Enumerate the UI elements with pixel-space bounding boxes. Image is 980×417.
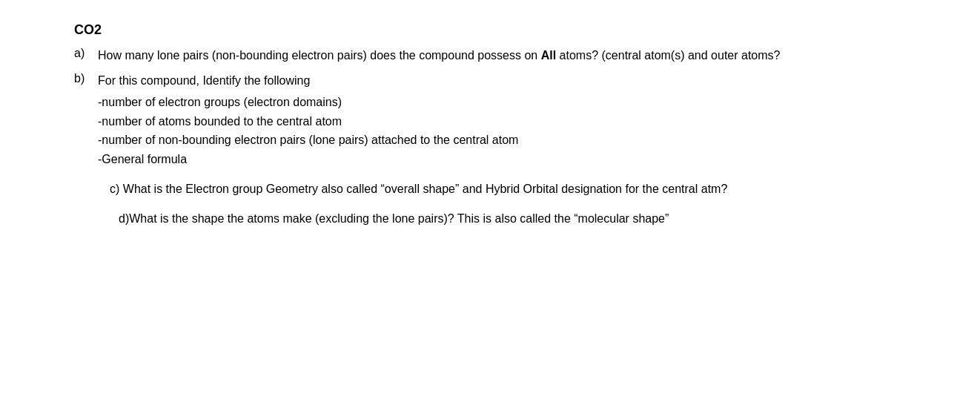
question-b-sub-items: -number of electron groups (electron dom… [98,93,518,168]
list-item: -number of electron groups (electron dom… [98,93,518,112]
question-a: a) How many lone pairs (non-bounding ele… [74,47,921,65]
question-a-text-before-bold: How many lone pairs (non-bounding electr… [98,49,541,62]
question-b-label: b) [74,72,98,85]
question-d-block: d)What is the shape the atoms make (excl… [74,210,921,228]
question-b-content: For this compound, Identify the followin… [98,72,518,168]
list-item: -General formula [98,150,518,169]
question-b-intro: For this compound, Identify the followin… [98,72,518,90]
document-title: CO2 [74,22,921,38]
question-c-text: What is the Electron group Geometry also… [123,183,728,195]
question-a-bold-text: All [541,49,556,62]
question-d-label: d) [119,212,129,225]
question-b-block: b) For this compound, Identify the follo… [74,72,921,168]
question-c-block: c) What is the Electron group Geometry a… [74,180,921,198]
question-a-label: a) [74,47,98,60]
list-item: -number of atoms bounded to the central … [98,112,518,131]
question-b: b) For this compound, Identify the follo… [74,72,921,168]
question-d-text: What is the shape the atoms make (exclud… [129,212,669,225]
document-container: CO2 a) How many lone pairs (non-bounding… [74,22,921,228]
question-a-content: How many lone pairs (non-bounding electr… [98,47,781,65]
question-a-block: a) How many lone pairs (non-bounding ele… [74,47,921,65]
question-c-label: c) [110,183,119,195]
list-item: -number of non-bounding electron pairs (… [98,131,518,150]
question-a-text-after-bold: atoms? (central atom(s) and outer atoms? [556,49,780,62]
